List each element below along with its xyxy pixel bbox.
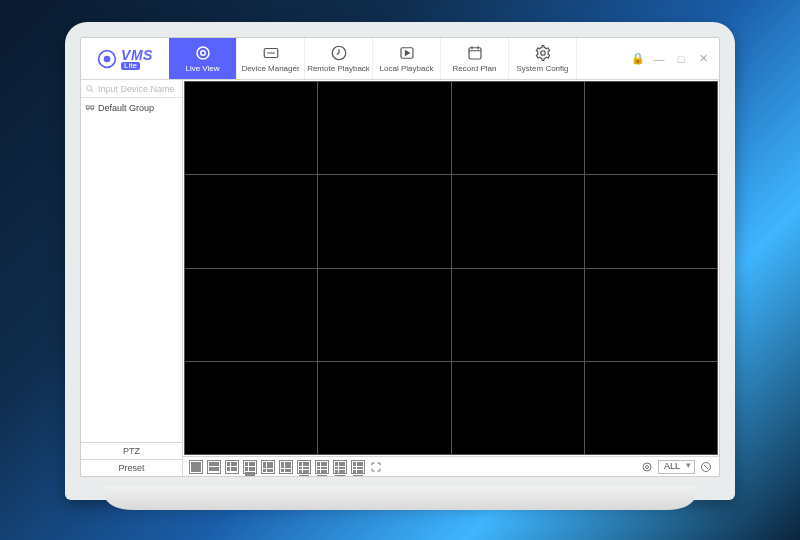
tab-label: Remote Playback (307, 64, 370, 73)
svg-line-23 (704, 465, 708, 469)
tab-label: Local Playback (380, 64, 434, 73)
laptop-frame: VMS Lite Live View Device Manager Remote… (65, 22, 735, 500)
layout-8-button[interactable] (243, 460, 257, 474)
layout-64-button[interactable] (351, 460, 365, 474)
layout-1-button[interactable] (189, 460, 203, 474)
video-cell[interactable] (185, 269, 317, 361)
layout-6-button[interactable] (225, 460, 239, 474)
minimize-icon[interactable]: — (653, 53, 665, 65)
ptz-panel-header[interactable]: PTZ (81, 442, 182, 459)
layout-36-button[interactable] (333, 460, 347, 474)
maximize-icon[interactable]: □ (675, 53, 687, 65)
stream-dropdown[interactable]: ALL (658, 460, 695, 474)
video-cell[interactable] (585, 362, 717, 454)
video-cell[interactable] (585, 82, 717, 174)
main-tabs: Live View Device Manager Remote Playback… (169, 38, 621, 79)
svg-point-1 (104, 55, 111, 62)
tab-system-config[interactable]: System Config (509, 38, 577, 79)
laptop-base (105, 486, 695, 510)
search-placeholder: Input Device Name (98, 84, 175, 94)
tab-label: Live View (185, 64, 219, 73)
video-cell[interactable] (318, 269, 450, 361)
tab-local-playback[interactable]: Local Playback (373, 38, 441, 79)
layout-16-button[interactable] (297, 460, 311, 474)
layout-9-button[interactable] (261, 460, 275, 474)
video-cell[interactable] (318, 82, 450, 174)
video-cell[interactable] (452, 82, 584, 174)
video-cell[interactable] (452, 362, 584, 454)
sidebar-bottom-panels: PTZ Preset (81, 442, 182, 476)
svg-point-14 (87, 85, 92, 90)
window-controls: 🔒 — □ ✕ (621, 38, 719, 79)
svg-point-3 (200, 51, 205, 56)
top-toolbar: VMS Lite Live View Device Manager Remote… (81, 38, 719, 80)
tab-record-plan[interactable]: Record Plan (441, 38, 509, 79)
close-icon[interactable]: ✕ (697, 52, 709, 65)
app-badge: Lite (121, 62, 140, 70)
search-icon (85, 84, 95, 94)
tab-remote-playback[interactable]: Remote Playback (305, 38, 373, 79)
snapshot-button[interactable] (640, 460, 654, 474)
preset-panel-header[interactable]: Preset (81, 459, 182, 476)
stop-all-button[interactable] (699, 460, 713, 474)
tab-device-manager[interactable]: Device Manager (237, 38, 305, 79)
svg-point-20 (643, 463, 651, 471)
device-sidebar: Input Device Name Default Group PTZ Pres… (81, 80, 183, 476)
video-grid (184, 81, 718, 455)
video-cell[interactable] (585, 175, 717, 267)
svg-point-13 (540, 51, 545, 56)
svg-point-2 (197, 47, 209, 59)
layout-4-button[interactable] (207, 460, 221, 474)
video-cell[interactable] (318, 175, 450, 267)
svg-rect-9 (469, 48, 481, 59)
svg-rect-17 (91, 106, 94, 109)
tree-item-label: Default Group (98, 103, 154, 113)
lock-icon[interactable]: 🔒 (631, 52, 643, 65)
main-area: ALL (183, 80, 719, 476)
svg-rect-16 (86, 106, 89, 109)
tab-label: Record Plan (452, 64, 496, 73)
svg-line-15 (91, 90, 93, 92)
tree-item-default-group[interactable]: Default Group (85, 101, 178, 115)
layout-25-button[interactable] (315, 460, 329, 474)
fullscreen-button[interactable] (369, 460, 383, 474)
svg-point-21 (645, 465, 648, 468)
svg-marker-8 (405, 51, 409, 56)
tab-label: System Config (516, 64, 568, 73)
video-cell[interactable] (585, 269, 717, 361)
tab-live-view[interactable]: Live View (169, 38, 237, 79)
video-cell[interactable] (452, 175, 584, 267)
device-tree: Default Group (81, 98, 182, 442)
layout-13-button[interactable] (279, 460, 293, 474)
app-logo: VMS Lite (81, 38, 169, 79)
device-search[interactable]: Input Device Name (81, 80, 182, 98)
group-icon (85, 103, 95, 113)
video-cell[interactable] (318, 362, 450, 454)
app-name: VMS (121, 48, 153, 62)
video-cell[interactable] (185, 175, 317, 267)
app-window: VMS Lite Live View Device Manager Remote… (80, 37, 720, 477)
grid-footer: ALL (183, 456, 719, 476)
video-cell[interactable] (185, 82, 317, 174)
app-body: Input Device Name Default Group PTZ Pres… (81, 80, 719, 476)
tab-label: Device Manager (241, 64, 299, 73)
video-cell[interactable] (452, 269, 584, 361)
video-cell[interactable] (185, 362, 317, 454)
